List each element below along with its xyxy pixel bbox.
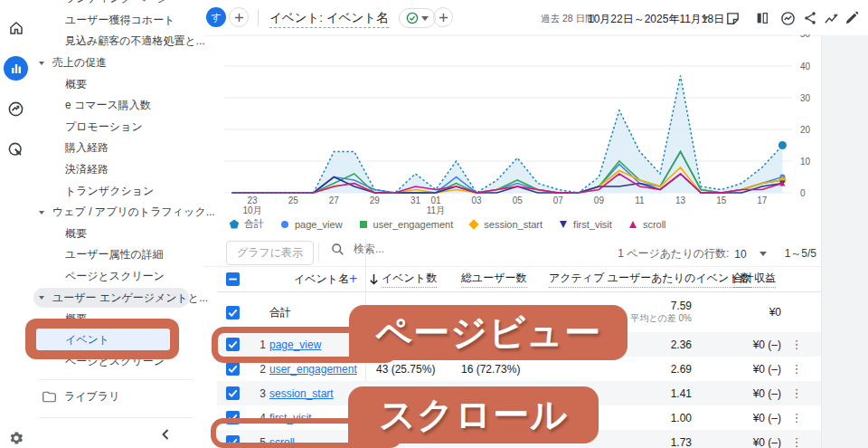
svg-text:07: 07 [553,195,564,205]
annotation-pageview-label: ページビュー [349,305,627,360]
sidebar-item-14[interactable]: ユーザー エンゲージメントと... [32,287,203,309]
revenue-cell: ¥0 (–) [753,381,781,405]
share-icon[interactable] [801,9,819,27]
svg-text:10月: 10月 [243,205,262,215]
column-header-events-per-user[interactable]: アクティブ ユーザーあたりのイベント数 [549,266,751,291]
chevron-down-icon[interactable] [760,252,767,256]
legend-marker-icon [558,219,569,230]
event-name-link[interactable]: session_start [269,387,334,400]
comparison-icon[interactable] [753,9,771,27]
add-metric-button[interactable] [433,7,453,27]
sidebar-item-6[interactable]: プロモーション [32,117,203,138]
table-controls: グラフに表示 1 ページあたりの行数: 10 1～5/5 [203,239,821,267]
sidebar-nav: ランディング ページユーザー獲得コホート見込み顧客の不適格処置と...売上の促進… [32,0,203,373]
select-all-checkbox[interactable] [226,272,240,286]
legend-label: page_view [295,219,343,230]
annotation-sidebar-event-pill[interactable]: イベント [36,329,170,350]
sidebar-divider [39,379,193,380]
legend-item-page_view[interactable]: page_view [279,219,343,230]
row-checkbox[interactable] [226,386,240,400]
sidebar-item-label: ライブラリ [64,389,119,405]
pagination-range: 1～5/5 [785,246,816,262]
row-menu-icon[interactable] [789,405,804,430]
settings-gear-icon[interactable] [4,425,28,448]
edit-pencil-icon[interactable] [843,9,861,27]
sidebar-item-9[interactable]: トランザクション [32,180,203,202]
sidebar-item-library[interactable]: ライブラリ [32,386,203,407]
sidebar-item-2[interactable]: 見込み顧客の不適格処置と... [32,31,203,52]
legend-item-user_engagement[interactable]: user_engagement [358,219,454,230]
explore-icon[interactable] [4,97,28,121]
sidebar-item-label: ユーザー獲得コホート [65,13,175,28]
svg-text:13: 13 [675,195,686,205]
rows-per-page-value[interactable]: 10 [734,248,746,261]
report-sidebar: ランディング ページユーザー獲得コホート見込み顧客の不適格処置と...売上の促進… [32,0,203,448]
event-name-link[interactable]: user_engagement [269,363,357,376]
revenue-cell: ¥0 (–) [753,430,781,448]
legend-label: scroll [643,219,666,230]
advertising-icon[interactable] [4,138,28,162]
toolbar-divider [258,9,259,26]
sidebar-item-10[interactable]: ウェブ / アプリのトラフィック... [32,202,203,224]
sidebar-collapse-icon[interactable] [156,425,175,443]
add-comparison-button[interactable] [229,7,249,27]
total-users-cell: 16 (72.73%) [461,357,520,381]
rows-per-page-label: 1 ページあたりの行数: [618,246,729,262]
reports-icon[interactable] [4,56,28,81]
legend-item-first_visit[interactable]: first_visit [558,219,612,230]
dimension-status-control[interactable] [399,8,436,28]
row-checkbox[interactable] [226,362,240,376]
row-checkbox[interactable] [226,306,240,319]
sidebar-item-5[interactable]: e コマース購入数 [32,95,203,117]
sidebar-item-8[interactable]: 決済経路 [32,159,203,181]
sidebar-item-3[interactable]: 売上の促進 [32,52,203,74]
insights-spark-icon[interactable] [822,9,840,27]
column-header-event-count[interactable]: イベント数 [369,266,437,291]
sidebar-item-12[interactable]: ユーザー属性の詳細 [32,244,203,266]
svg-text:25: 25 [288,195,299,205]
dimension-chip[interactable]: イベント: イベント名 [269,10,389,28]
sidebar-item-1[interactable]: ユーザー獲得コホート [32,10,203,32]
plus-icon [439,13,448,23]
chevron-down-icon [421,16,429,21]
search-input[interactable] [352,242,491,256]
add-dimension-icon[interactable]: + [349,266,357,291]
sidebar-item-label: 概要 [65,77,87,92]
legend-item-scroll[interactable]: scroll [627,219,666,230]
row-menu-icon[interactable] [789,381,804,405]
sidebar-item-13[interactable]: ページとスクリーン [32,266,203,288]
legend-item-合計[interactable]: 合計 [229,217,264,231]
svg-text:01: 01 [430,195,441,205]
sidebar-item-label: 購入経路 [65,140,108,156]
sidebar-item-label: 売上の促進 [52,55,107,71]
row-menu-icon[interactable] [789,332,804,357]
events-per-user-cell: 2.69 [671,357,692,381]
revenue-cell: ¥0 (–) [753,357,781,381]
table-search [331,242,491,256]
plot-rows-button[interactable]: グラフに表示 [226,241,314,265]
svg-text:11: 11 [635,195,645,205]
search-icon [331,243,344,256]
legend-item-session_start[interactable]: session_start [468,219,542,230]
legend-label: user_engagement [373,219,454,230]
svg-text:23: 23 [248,195,259,205]
sidebar-item-7[interactable]: 購入経路 [32,138,203,159]
row-menu-icon[interactable] [789,430,804,448]
segment-chip[interactable]: す [206,7,226,27]
column-header-event-name[interactable]: イベント名 [294,266,349,291]
svg-text:0: 0 [800,188,806,198]
column-header-total-revenue[interactable]: 合計収益 [732,266,776,291]
notes-icon[interactable] [723,9,741,27]
events-trend-chart[interactable]: 010203040502310月252729310111月03050709111… [224,34,828,217]
sidebar-item-11[interactable]: 概要 [32,224,203,245]
chart-legend: 合計page_viewuser_engagementsession_startf… [229,217,666,231]
row-menu-icon[interactable] [789,357,804,381]
insights-time-icon[interactable] [778,9,797,27]
revenue-cell: ¥0 (–) [753,405,781,430]
column-header-total-users[interactable]: 総ユーザー数 [461,266,527,291]
sidebar-item-4[interactable]: 概要 [32,73,203,95]
home-icon[interactable] [4,15,28,40]
events-per-user-cell: 1.00 [671,405,692,430]
sidebar-item-0[interactable]: ランディング ページ [32,0,203,10]
sidebar-item-label: 概要 [65,226,87,242]
